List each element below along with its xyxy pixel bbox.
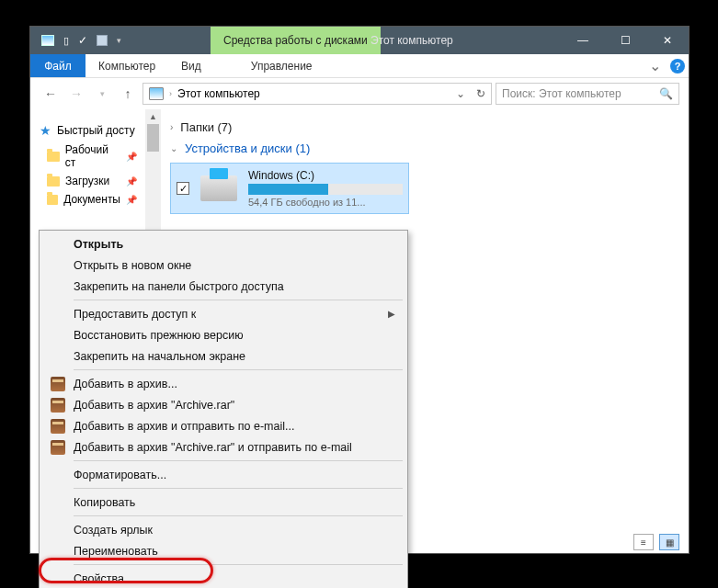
- cm-open[interactable]: Открыть: [42, 233, 405, 254]
- scroll-up-icon[interactable]: ▲: [145, 109, 161, 124]
- search-placeholder: Поиск: Этот компьютер: [502, 87, 621, 100]
- view-details-button[interactable]: ≡: [633, 534, 654, 550]
- drive-free-text: 54,4 ГБ свободно из 11...: [248, 197, 403, 208]
- cm-open-new-window[interactable]: Открыть в новом окне: [42, 254, 405, 276]
- cm-create-shortcut[interactable]: Создать ярлык: [42, 519, 405, 540]
- cm-separator: [74, 369, 403, 370]
- cm-separator: [74, 460, 403, 461]
- ribbon-contextual-tab[interactable]: Средства работы с дисками: [211, 27, 381, 54]
- cm-pin-quick-access[interactable]: Закрепить на панели быстрого доступа: [42, 276, 405, 297]
- cm-separator: [74, 488, 403, 489]
- cm-grant-access[interactable]: Предоставить доступ к▶: [42, 303, 405, 324]
- up-button[interactable]: ↑: [117, 83, 139, 105]
- drive-name: Windows (C:): [248, 169, 403, 182]
- tab-file[interactable]: Файл: [30, 54, 85, 77]
- folder-icon: [47, 176, 60, 187]
- group-folders[interactable]: › Папки (7): [170, 120, 679, 134]
- cm-copy[interactable]: Копировать: [42, 492, 405, 513]
- drive-checkbox[interactable]: ✓: [177, 182, 189, 195]
- cm-add-archive[interactable]: Добавить в архив...: [42, 373, 405, 394]
- titlebar[interactable]: ▯ ✓ ▾ Средства работы с дисками Этот ком…: [30, 27, 689, 54]
- drive-info: Windows (C:) 54,4 ГБ свободно из 11...: [248, 169, 403, 208]
- close-button[interactable]: ✕: [646, 27, 689, 54]
- star-icon: ★: [40, 123, 51, 138]
- minimize-button[interactable]: —: [562, 27, 604, 54]
- search-icon[interactable]: 🔍: [659, 87, 673, 100]
- sidebar-item-label: Рабочий ст: [65, 143, 120, 169]
- cm-properties[interactable]: Свойства: [42, 568, 405, 588]
- cm-separator: [74, 300, 403, 300]
- sys-buttons: — ☐ ✕: [562, 27, 689, 54]
- group-label: Папки (7): [180, 120, 232, 134]
- address-dropdown-icon[interactable]: ⌄: [456, 87, 465, 100]
- sidebar-quick-access[interactable]: ★ Быстрый досту: [30, 120, 161, 141]
- group-label: Устройства и диски (1): [185, 141, 310, 155]
- view-tiles-button[interactable]: ▦: [659, 534, 679, 550]
- address-box[interactable]: › Этот компьютер ⌄ ↻: [142, 83, 492, 105]
- breadcrumb-sep[interactable]: ›: [169, 89, 172, 98]
- drive-item-c[interactable]: ✓ Windows (C:) 54,4 ГБ свободно из 11...: [170, 163, 409, 214]
- sidebar-item-desktop[interactable]: Рабочий ст 📌: [30, 141, 161, 172]
- cm-rename[interactable]: Переименовать: [42, 540, 405, 561]
- cm-separator: [74, 564, 403, 565]
- maximize-button[interactable]: ☐: [604, 27, 646, 54]
- ribbon-expand-icon[interactable]: ⌄: [644, 54, 667, 77]
- breadcrumb[interactable]: Этот компьютер: [177, 87, 260, 100]
- pc-icon: [149, 87, 164, 100]
- window-title: Этот компьютер: [370, 34, 453, 47]
- cm-pin-start[interactable]: Закрепить на начальном экране: [42, 345, 405, 367]
- recent-dropdown[interactable]: ▾: [91, 83, 113, 105]
- properties-qat-icon[interactable]: [97, 35, 108, 46]
- cm-add-archive-rar[interactable]: Добавить в архив "Archive.rar": [42, 394, 405, 415]
- cm-add-send-email[interactable]: Добавить в архив и отправить по e-mail..…: [42, 415, 405, 436]
- tab-manage[interactable]: Управление: [238, 54, 325, 77]
- sidebar-item-label: Загрузки: [65, 175, 109, 187]
- sidebar-item-label: Быстрый досту: [57, 124, 135, 137]
- addressbar: ← → ▾ ↑ › Этот компьютер ⌄ ↻ Поиск: Этот…: [30, 78, 689, 109]
- help-icon: ?: [670, 59, 685, 74]
- cm-separator: [74, 515, 403, 516]
- cm-restore-previous[interactable]: Восстановить прежнюю версию: [42, 324, 405, 345]
- submenu-arrow-icon: ▶: [388, 309, 395, 319]
- chevron-down-icon[interactable]: ⌄: [170, 143, 177, 153]
- pc-icon: [41, 35, 54, 46]
- refresh-icon[interactable]: ↻: [476, 87, 485, 100]
- rar-icon: [51, 440, 65, 455]
- context-menu: Открыть Открыть в новом окне Закрепить н…: [39, 230, 408, 588]
- sidebar-item-label: Документы: [63, 193, 120, 206]
- tab-view[interactable]: Вид: [168, 54, 214, 77]
- ribbon-tabs: Файл Компьютер Вид Управление ⌄ ?: [30, 54, 689, 78]
- tab-computer[interactable]: Компьютер: [85, 54, 168, 77]
- scroll-thumb[interactable]: [147, 124, 159, 152]
- rar-icon: [51, 419, 65, 434]
- help-button[interactable]: ?: [667, 54, 689, 77]
- drive-usage-bar: [248, 184, 403, 195]
- pin-icon: 📌: [126, 176, 137, 187]
- rar-icon: [51, 377, 65, 391]
- back-button[interactable]: ←: [40, 83, 62, 105]
- search-input[interactable]: Поиск: Этот компьютер 🔍: [496, 83, 679, 105]
- qat: ▯ ✓ ▾: [30, 34, 121, 47]
- rar-icon: [51, 398, 65, 413]
- sidebar-item-downloads[interactable]: Загрузки 📌: [30, 172, 161, 190]
- chevron-right-icon[interactable]: ›: [170, 122, 173, 132]
- qat-dropdown-icon[interactable]: ▾: [117, 36, 121, 45]
- pin-icon: 📌: [126, 152, 137, 162]
- drive-icon: [200, 175, 237, 201]
- forward-button[interactable]: →: [65, 83, 87, 105]
- pin-qat-icon[interactable]: ▯: [63, 35, 69, 47]
- folder-icon: [47, 195, 58, 205]
- check-qat-icon[interactable]: ✓: [78, 34, 87, 47]
- cm-format[interactable]: Форматировать...: [42, 464, 405, 485]
- statusbar: ≡ ▦: [624, 531, 689, 553]
- cm-add-rar-send-email[interactable]: Добавить в архив "Archive.rar" и отправи…: [42, 436, 405, 458]
- folder-icon: [47, 152, 60, 162]
- group-devices[interactable]: ⌄ Устройства и диски (1): [170, 141, 679, 155]
- sidebar-item-documents[interactable]: Документы 📌: [30, 190, 161, 209]
- pin-icon: 📌: [126, 195, 137, 205]
